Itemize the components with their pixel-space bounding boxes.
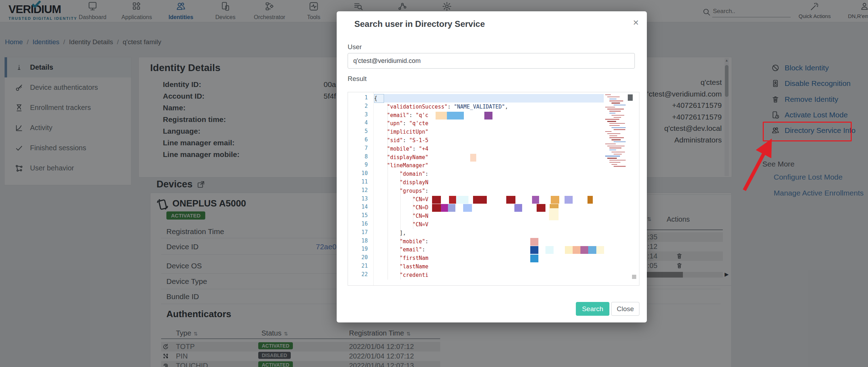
gutter-separator (373, 92, 374, 285)
redaction-block (532, 196, 539, 204)
line-number: 1 (348, 94, 368, 101)
redaction-block (473, 196, 487, 204)
code-line: ], (374, 229, 406, 237)
line-number: 21 (348, 263, 368, 269)
modal-title: Search user in Directory Service (354, 19, 485, 29)
redaction-block (506, 196, 515, 204)
redaction-block (565, 196, 573, 204)
redaction-block (441, 204, 448, 212)
line-number: 20 (348, 254, 368, 261)
code-line: "credenti (374, 271, 429, 279)
line-number: 7 (348, 145, 368, 151)
code-line: "CN=N (374, 212, 429, 220)
code-line: "lastName (374, 263, 429, 271)
code-line: "email": (374, 246, 425, 254)
code-line: "mobile": (374, 238, 429, 246)
redaction-block (432, 196, 441, 204)
redaction-block (456, 196, 468, 204)
line-number: 19 (348, 246, 368, 252)
line-number: 12 (348, 187, 368, 193)
code-line: "firstNam (374, 254, 429, 262)
code-line: { (374, 94, 377, 103)
redaction-block (447, 112, 464, 120)
redaction-block (580, 246, 588, 254)
redaction-block (514, 204, 522, 212)
code-line: "lineManager" (374, 162, 429, 170)
line-number: 22 (348, 271, 368, 278)
line-number: 2 (348, 103, 368, 109)
editor-scrollbar-thumb[interactable] (628, 94, 633, 101)
code-line: "CN=D (374, 204, 429, 212)
line-number: 14 (348, 204, 368, 210)
redaction-block (549, 208, 559, 220)
redaction-block (463, 204, 472, 212)
page: VERIDIUM TRUSTED DIGITAL IDENTITY Dashbo… (0, 0, 868, 367)
line-number: 4 (348, 120, 368, 126)
redaction-block (587, 196, 593, 204)
code-line: "validationSuccess": "NAME_VALIDATED", (374, 103, 508, 111)
redaction-block (484, 112, 492, 120)
code-line: "implicitUpn" (374, 128, 429, 136)
annotation-arrow (737, 137, 779, 196)
redaction-block (537, 204, 545, 212)
code-line: "domain": (374, 170, 429, 178)
code-line: "upn": "q'cte (374, 120, 429, 128)
redaction-block (470, 154, 476, 162)
code-line: "sid": "S-1-5 (374, 136, 429, 145)
result-json-editor[interactable]: 1{2 "validationSuccess": "NAME_VALIDATED… (348, 92, 639, 286)
minimap[interactable] (605, 94, 626, 169)
redaction-block (545, 246, 554, 254)
line-number: 10 (348, 170, 368, 176)
redaction-block (530, 255, 538, 262)
code-line: "mobile": "+4 (374, 145, 429, 153)
editor-scroll-corner (632, 275, 636, 279)
directory-user-input[interactable] (348, 53, 635, 69)
code-line: "groups": (374, 187, 429, 195)
line-number: 8 (348, 153, 368, 160)
redaction-block (573, 246, 580, 254)
result-label: Result (348, 75, 367, 83)
redaction-block (530, 238, 538, 246)
line-number: 5 (348, 128, 368, 134)
redaction-block (448, 204, 455, 212)
line-number: 3 (348, 111, 368, 118)
code-line: "displayName" (374, 153, 429, 162)
search-directory-modal: Search user in Directory Service × User … (337, 11, 647, 322)
line-number: 9 (348, 162, 368, 168)
code-line: "displayN (374, 179, 429, 187)
current-line-highlight (374, 94, 604, 103)
redaction-block (565, 246, 573, 254)
redaction-block (449, 196, 456, 204)
redaction-block (596, 246, 604, 254)
close-button[interactable]: Close (611, 302, 639, 316)
user-field-label: User (348, 43, 362, 51)
code-line: "CN=V (374, 221, 429, 229)
redaction-block (551, 196, 559, 204)
line-number: 11 (348, 179, 368, 185)
code-line: "email": "q'c (374, 111, 429, 120)
modal-close-icon[interactable]: × (630, 17, 642, 28)
line-number: 16 (348, 221, 368, 227)
search-button[interactable]: Search (576, 302, 609, 316)
line-number: 15 (348, 212, 368, 219)
redaction-block (436, 112, 447, 120)
line-number: 17 (348, 229, 368, 235)
redaction-block (588, 246, 596, 254)
code-line: "CN=V (374, 196, 429, 204)
line-number: 13 (348, 196, 368, 202)
line-number: 18 (348, 238, 368, 244)
line-number: 6 (348, 136, 368, 143)
redaction-block (530, 246, 538, 254)
redaction-block (432, 204, 441, 212)
